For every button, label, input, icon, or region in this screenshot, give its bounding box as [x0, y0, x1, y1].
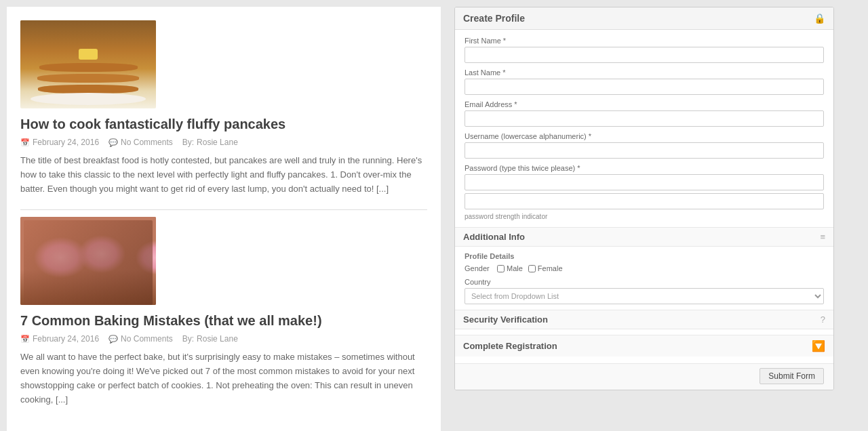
create-profile-panel: Create Profile 🔒 First Name * Last Name … [454, 7, 834, 390]
gender-female-option[interactable]: Female [528, 264, 563, 272]
article-meta-baking: 📅 February 24, 2016 💬 No Comments By: Ro… [20, 334, 427, 344]
gender-male-checkbox[interactable] [497, 265, 505, 272]
article-excerpt-pancakes: The title of best breakfast food is hotl… [20, 154, 427, 196]
password-strength-indicator: password strength indicator [465, 211, 824, 222]
sidebar: Create Profile 🔒 First Name * Last Name … [454, 7, 834, 431]
panel-title: Create Profile [463, 13, 525, 24]
complete-registration-section: Complete Registration 🔽 [455, 335, 833, 356]
lock-icon: 🔒 [814, 13, 825, 24]
username-input[interactable] [465, 142, 824, 159]
gender-male-label: Male [507, 264, 523, 272]
article-image-pancakes [20, 20, 156, 108]
by-label-pancakes: By: [182, 138, 194, 147]
article-pancakes: How to cook fantastically fluffy pancake… [20, 14, 427, 209]
article-baking: 7 Common Baking Mistakes (that we all ma… [20, 210, 427, 420]
article-excerpt-baking: We all want to have the perfect bake, bu… [20, 350, 427, 407]
gender-row: Gender Male Female [465, 264, 824, 272]
last-name-input[interactable] [465, 79, 824, 95]
article-meta-pancakes: 📅 February 24, 2016 💬 No Comments By: Ro… [20, 138, 427, 147]
gender-label: Gender [465, 264, 492, 272]
meta-comments-pancakes: 💬 No Comments [108, 138, 173, 147]
comment-icon-baking: 💬 [108, 335, 118, 344]
meta-date-pancakes: 📅 February 24, 2016 [20, 138, 99, 147]
complete-icon: 🔽 [812, 340, 825, 352]
additional-info-title: Additional Info [463, 232, 525, 242]
meta-date-baking: 📅 February 24, 2016 [20, 334, 99, 344]
complete-registration-title: Complete Registration [463, 341, 557, 351]
meta-comments-baking: 💬 No Comments [108, 334, 173, 344]
email-input[interactable] [465, 110, 824, 127]
email-group: Email Address * [465, 100, 824, 127]
article-title-baking[interactable]: 7 Common Baking Mistakes (that we all ma… [20, 313, 427, 329]
article-comments-pancakes: No Comments [121, 138, 173, 147]
last-name-group: Last Name * [465, 68, 824, 95]
article-link-pancakes[interactable]: How to cook fantastically fluffy pancake… [20, 117, 285, 131]
article-title-pancakes[interactable]: How to cook fantastically fluffy pancake… [20, 117, 427, 132]
article-author-baking: Rosie Lane [197, 334, 238, 344]
country-row: Country Select from Dropdown List [465, 278, 824, 304]
additional-info-section: Additional Info ≡ [455, 227, 833, 247]
security-verification-section: Security Verification ? [455, 310, 833, 329]
additional-info-toggle[interactable]: ≡ [820, 232, 825, 242]
by-label-baking: By: [182, 334, 194, 344]
password-group: Password (type this twice please) * pass… [465, 164, 824, 222]
security-verification-toggle[interactable]: ? [821, 314, 825, 325]
form-body: First Name * Last Name * Email Address *… [455, 30, 833, 363]
submit-button[interactable]: Submit Form [760, 368, 824, 384]
password-label: Password (type this twice please) * [465, 164, 824, 172]
username-label: Username (lowercase alphanumeric) * [465, 132, 824, 140]
article-image-baking [20, 217, 156, 305]
first-name-label: First Name * [465, 37, 824, 45]
main-content: How to cook fantastically fluffy pancake… [7, 7, 441, 431]
email-label: Email Address * [465, 100, 824, 108]
meta-author-baking: By: Rosie Lane [182, 334, 238, 344]
submit-row: Submit Form [455, 363, 833, 390]
article-comments-baking: No Comments [121, 334, 173, 344]
username-group: Username (lowercase alphanumeric) * [465, 132, 824, 159]
panel-header: Create Profile 🔒 [455, 7, 833, 30]
profile-details-label: Profile Details [465, 252, 824, 260]
calendar-icon-pancakes: 📅 [20, 138, 30, 147]
gender-female-label: Female [538, 264, 563, 272]
last-name-label: Last Name * [465, 68, 824, 77]
meta-author-pancakes: By: Rosie Lane [182, 138, 238, 147]
article-author-pancakes: Rosie Lane [197, 138, 238, 147]
country-select[interactable]: Select from Dropdown List [465, 288, 824, 304]
calendar-icon-baking: 📅 [20, 335, 30, 344]
password-input-2[interactable] [465, 193, 824, 209]
article-date-pancakes: February 24, 2016 [33, 138, 99, 147]
comment-icon-pancakes: 💬 [108, 138, 118, 147]
gender-male-option[interactable]: Male [497, 264, 523, 272]
first-name-input[interactable] [465, 47, 824, 63]
page-wrapper: How to cook fantastically fluffy pancake… [7, 7, 861, 431]
first-name-group: First Name * [465, 37, 824, 63]
article-link-baking[interactable]: 7 Common Baking Mistakes (that we all ma… [20, 313, 322, 328]
article-date-baking: February 24, 2016 [33, 334, 99, 344]
password-input-1[interactable] [465, 174, 824, 190]
country-label: Country [465, 278, 824, 286]
gender-female-checkbox[interactable] [528, 265, 536, 272]
security-verification-title: Security Verification [463, 314, 548, 325]
